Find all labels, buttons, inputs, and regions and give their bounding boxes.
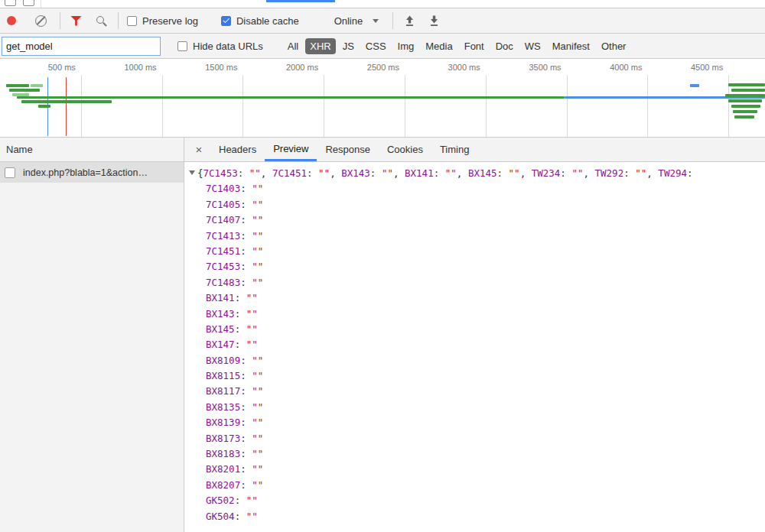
preview-entry[interactable]: 7C1405: "" — [184, 197, 765, 212]
detail-tab-response[interactable]: Response — [317, 138, 379, 161]
overview-request-bar[interactable] — [733, 110, 757, 113]
triangle-down-icon[interactable] — [189, 170, 195, 175]
overview-request-bar[interactable] — [9, 89, 40, 92]
record-button[interactable] — [7, 16, 16, 25]
preview-entry[interactable]: BX8115: "" — [184, 368, 765, 384]
preview-entry[interactable]: 7C1453: "" — [184, 259, 765, 274]
preview-entry[interactable]: GK504: "" — [184, 509, 765, 524]
preview-entry[interactable]: BX145: "" — [184, 322, 765, 337]
overview-tick-label: 1000 ms — [96, 63, 157, 72]
preview-entry[interactable]: BX8117: "" — [184, 384, 765, 399]
filter-type-other[interactable]: Other — [597, 38, 631, 54]
overview-request-bar[interactable] — [731, 89, 765, 92]
network-tab-underline — [266, 0, 335, 2]
overview-request-bar[interactable] — [725, 94, 765, 97]
overview-request-bar[interactable] — [38, 105, 50, 108]
devtools-tabbar-partial — [0, 0, 765, 8]
overview-request-bar[interactable] — [731, 105, 760, 108]
preview-entry[interactable]: 7C1407: "" — [184, 212, 765, 228]
json-key: BX8109 — [206, 355, 240, 366]
detail-tab-preview[interactable]: Preview — [265, 138, 317, 161]
network-filter-bar: Hide data URLs AllXHRJSCSSImgMediaFontDo… — [0, 34, 765, 59]
json-value: "" — [571, 167, 583, 179]
json-value: "" — [252, 433, 263, 444]
json-key: 7C1405 — [206, 199, 240, 210]
preview-entry[interactable]: BX8139: "" — [184, 415, 765, 430]
filter-type-css[interactable]: CSS — [361, 38, 391, 54]
preview-entry[interactable]: 7C1413: "" — [184, 229, 765, 244]
filter-type-js[interactable]: JS — [338, 38, 359, 54]
toolbar-separator — [392, 12, 393, 29]
detail-tab-timing[interactable]: Timing — [431, 138, 478, 161]
filter-type-media[interactable]: Media — [421, 38, 457, 54]
hide-data-urls-checkbox[interactable] — [177, 41, 187, 51]
preview-entry[interactable]: GK502: "" — [184, 493, 765, 508]
device-toolbar-icon[interactable] — [23, 0, 34, 6]
json-key: BX141 — [206, 292, 235, 303]
preview-entry[interactable]: BX8201: "" — [184, 462, 765, 477]
search-icon[interactable] — [96, 15, 107, 27]
preview-entry[interactable]: BX8207: "" — [184, 478, 765, 493]
overview-tick-label: 3000 ms — [419, 63, 480, 72]
json-key: BX143 — [206, 308, 235, 320]
overview-tick-label: 3500 ms — [500, 63, 562, 72]
overview-request-bar[interactable] — [728, 99, 762, 102]
tabbar-separator — [41, 0, 41, 8]
detail-tab-cookies[interactable]: Cookies — [379, 138, 431, 161]
filter-type-font[interactable]: Font — [460, 38, 489, 54]
json-value: "" — [252, 463, 263, 475]
inspect-element-icon[interactable] — [5, 0, 16, 6]
preview-summary[interactable]: {7C1453: "", 7C1451: "", BX143: "", BX14… — [184, 166, 765, 181]
overview-tick-label: 2500 ms — [338, 63, 399, 72]
preview-entry[interactable]: 7C1403: "" — [184, 181, 765, 196]
preview-entry[interactable]: 7C1451: "" — [184, 244, 765, 259]
preserve-log-label[interactable]: Preserve log — [142, 15, 198, 27]
filter-type-doc[interactable]: Doc — [491, 38, 518, 54]
filter-type-img[interactable]: Img — [393, 38, 419, 54]
preview-entry[interactable]: BX8173: "" — [184, 431, 765, 446]
preview-entry[interactable]: BX8135: "" — [184, 400, 765, 415]
preview-entry[interactable]: 7C1483: "" — [184, 275, 765, 290]
devtools-window: Preserve log Disable cache Online Hide d… — [0, 0, 765, 532]
close-icon[interactable]: × — [192, 143, 206, 156]
overview-request-bar[interactable] — [6, 84, 29, 87]
throttling-dropdown[interactable]: Online — [334, 15, 379, 27]
filter-type-all[interactable]: All — [283, 38, 303, 54]
json-value: "" — [246, 495, 258, 506]
filter-type-list: AllXHRJSCSSImgMediaFontDocWSManifestOthe… — [283, 38, 633, 54]
disable-cache-label[interactable]: Disable cache — [236, 15, 299, 27]
request-row[interactable]: index.php?blabla=1&action… — [0, 162, 184, 183]
export-har-icon[interactable] — [404, 15, 415, 27]
preview-entry[interactable]: BX8109: "" — [184, 353, 765, 368]
preserve-log-checkbox[interactable] — [127, 16, 137, 26]
detail-tab-headers[interactable]: Headers — [210, 138, 265, 161]
filter-icon[interactable] — [70, 16, 82, 26]
hide-data-urls-label[interactable]: Hide data URLs — [193, 41, 263, 52]
filter-type-manifest[interactable]: Manifest — [548, 38, 594, 54]
preview-entry[interactable]: BX8183: "" — [184, 446, 765, 462]
throttling-value: Online — [334, 15, 363, 27]
overview-request-bar[interactable] — [728, 83, 765, 86]
filter-type-ws[interactable]: WS — [520, 38, 545, 54]
overview-request-bar[interactable] — [21, 100, 112, 103]
clear-icon[interactable] — [35, 15, 47, 27]
overview-request-bar[interactable] — [17, 96, 565, 99]
overview-pane[interactable]: 500 ms1000 ms1500 ms2000 ms2500 ms3000 m… — [0, 59, 765, 138]
overview-request-bar[interactable] — [31, 84, 43, 87]
disable-cache-checkbox[interactable] — [221, 16, 231, 26]
json-key: BX8207 — [206, 479, 240, 491]
filter-type-xhr[interactable]: XHR — [305, 38, 335, 54]
overview-tick-label: 1500 ms — [176, 63, 237, 72]
import-har-icon[interactable] — [428, 15, 440, 27]
name-column-header[interactable]: Name — [0, 138, 184, 162]
preview-entry[interactable]: BX147: "" — [184, 337, 765, 352]
filter-input[interactable] — [2, 37, 161, 56]
preview-entry[interactable]: BX141: "" — [184, 290, 765, 306]
json-key: BX145 — [468, 167, 497, 179]
toolbar-separator — [118, 12, 119, 29]
json-value: "" — [252, 230, 263, 242]
overview-request-bar[interactable] — [734, 115, 754, 118]
preview-entry[interactable]: BX143: "" — [184, 307, 765, 322]
overview-request-bar[interactable] — [690, 84, 699, 87]
json-value: "" — [246, 308, 258, 320]
